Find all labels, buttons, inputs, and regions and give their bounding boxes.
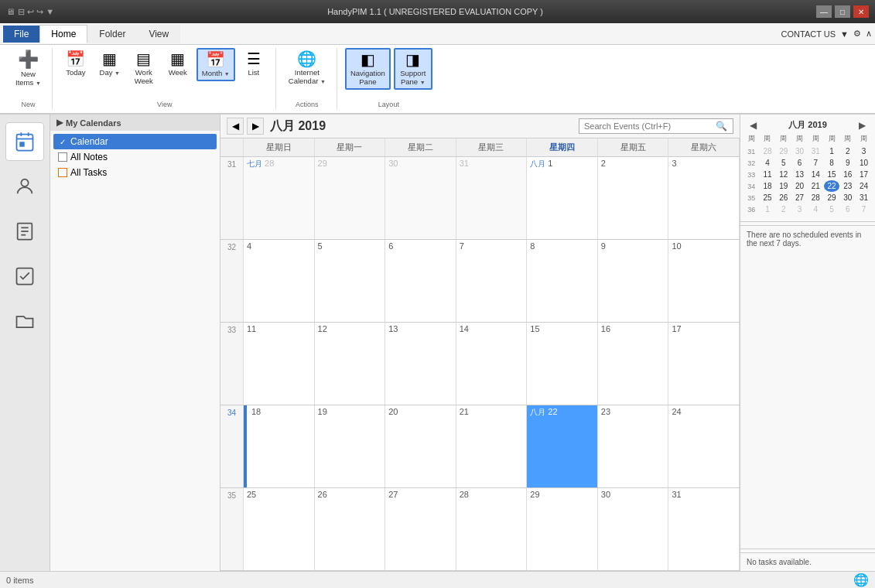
cal-cell-aug21[interactable]: 21 <box>456 405 528 487</box>
cal-cell-aug27[interactable]: 27 <box>385 488 456 570</box>
mini-d-18[interactable]: 18 <box>760 180 776 192</box>
mini-d-15[interactable]: 15 <box>824 169 840 180</box>
work-week-button[interactable]: ▤ WorkWeek <box>128 48 159 88</box>
mini-d-13[interactable]: 13 <box>791 169 808 180</box>
mini-d-3[interactable]: 3 <box>856 145 872 157</box>
calendar-checkbox[interactable]: ✓ <box>58 137 67 146</box>
mini-d-7[interactable]: 7 <box>808 157 824 169</box>
day-button[interactable]: ▦ Day ▼ <box>94 48 125 80</box>
support-pane-button[interactable]: ◨ SupportPane ▼ <box>394 48 432 90</box>
notes-checkbox[interactable] <box>58 152 67 162</box>
cal-cell-aug2[interactable]: 2 <box>598 157 669 239</box>
cal-cell-aug12[interactable]: 12 <box>315 323 386 405</box>
mini-d-31b[interactable]: 31 <box>856 192 872 203</box>
cal-cell-aug19[interactable]: 19 <box>315 405 386 487</box>
mini-d-26[interactable]: 26 <box>775 192 791 203</box>
mini-d-sep6[interactable]: 6 <box>839 203 856 215</box>
search-events-container[interactable]: 🔍 <box>579 118 733 134</box>
mini-d-11[interactable]: 11 <box>760 169 776 180</box>
mini-next-month-button[interactable]: ▶ <box>856 120 869 131</box>
mini-d-29[interactable]: 29 <box>775 145 791 157</box>
new-items-button[interactable]: ➕ NewItems ▼ <box>11 48 46 90</box>
cal-cell-aug28[interactable]: 28 <box>456 488 528 570</box>
mini-prev-month-button[interactable]: ◀ <box>747 120 760 131</box>
mini-d-31[interactable]: 31 <box>808 145 824 157</box>
cal-cell-aug30[interactable]: 30 <box>598 488 669 570</box>
search-events-input[interactable] <box>584 121 716 131</box>
mini-d-8[interactable]: 8 <box>824 157 840 169</box>
next-month-button[interactable]: ▶ <box>247 118 264 135</box>
cal-cell-aug1[interactable]: 八月 1 <box>527 157 598 239</box>
mini-d-25[interactable]: 25 <box>760 192 776 203</box>
tab-view[interactable]: View <box>137 25 180 43</box>
mini-d-28[interactable]: 28 <box>760 145 776 157</box>
prev-month-button[interactable]: ◀ <box>227 118 244 135</box>
mini-d-23[interactable]: 23 <box>839 180 856 192</box>
mini-d-sep5[interactable]: 5 <box>824 203 840 215</box>
month-button[interactable]: 📅 Month ▼ <box>197 48 235 81</box>
cal-cell-aug17[interactable]: 17 <box>668 323 740 405</box>
mini-d-22-today[interactable]: 22 <box>824 180 840 192</box>
mini-d-6[interactable]: 6 <box>791 157 808 169</box>
mini-d-5[interactable]: 5 <box>775 157 791 169</box>
cal-cell-aug24[interactable]: 24 <box>668 405 740 487</box>
mini-d-14[interactable]: 14 <box>808 169 824 180</box>
mini-d-21[interactable]: 21 <box>808 180 824 192</box>
cal-cell-aug9[interactable]: 9 <box>598 240 669 322</box>
mini-d-sep1[interactable]: 1 <box>760 203 776 215</box>
mini-d-17[interactable]: 17 <box>856 169 872 180</box>
mini-d-1[interactable]: 1 <box>824 145 840 157</box>
week-button[interactable]: ▦ Week <box>162 48 193 80</box>
cal-cell-aug8[interactable]: 8 <box>527 240 598 322</box>
mini-d-sep2[interactable]: 2 <box>775 203 791 215</box>
mini-d-19[interactable]: 19 <box>775 180 791 192</box>
cal-cell-aug31[interactable]: 31 <box>668 488 740 570</box>
cal-cell-aug25[interactable]: 25 <box>244 488 315 570</box>
mini-d-sep7[interactable]: 7 <box>856 203 872 215</box>
cal-cell-aug22[interactable]: 八月 22 <box>527 405 598 487</box>
cal-cell-jul28[interactable]: 七月 28 <box>244 157 315 239</box>
close-button[interactable]: ✕ <box>853 5 869 18</box>
cal-cell-jul31[interactable]: 31 <box>456 157 528 239</box>
tab-home[interactable]: Home <box>39 25 87 43</box>
mini-d-30[interactable]: 30 <box>791 145 808 157</box>
mini-d-sep4[interactable]: 4 <box>808 203 824 215</box>
sidebar-icon-notes[interactable] <box>5 212 44 251</box>
cal-cell-aug7[interactable]: 7 <box>456 240 528 322</box>
tasks-checkbox[interactable] <box>58 168 67 177</box>
mini-d-9[interactable]: 9 <box>839 157 856 169</box>
cal-cell-aug29[interactable]: 29 <box>527 488 598 570</box>
nav-item-calendar[interactable]: ✓ Calendar <box>53 134 217 149</box>
tab-file[interactable]: File <box>3 26 39 43</box>
cal-cell-aug26[interactable]: 26 <box>315 488 386 570</box>
tab-folder[interactable]: Folder <box>87 25 137 43</box>
mini-d-27[interactable]: 27 <box>791 192 808 203</box>
cal-cell-jul29[interactable]: 29 <box>315 157 386 239</box>
mini-d-28[interactable]: 28 <box>808 192 824 203</box>
cal-cell-aug15[interactable]: 15 <box>527 323 598 405</box>
cal-cell-aug3[interactable]: 3 <box>668 157 740 239</box>
mini-d-10[interactable]: 10 <box>856 157 872 169</box>
mini-d-20[interactable]: 20 <box>791 180 808 192</box>
nav-item-all-notes[interactable]: All Notes <box>53 149 217 165</box>
cal-cell-aug4[interactable]: 4 <box>244 240 315 322</box>
cal-cell-aug16[interactable]: 16 <box>598 323 669 405</box>
mini-d-sep3[interactable]: 3 <box>791 203 808 215</box>
cal-cell-aug11[interactable]: 11 <box>244 323 315 405</box>
cal-cell-aug10[interactable]: 10 <box>668 240 740 322</box>
minimize-button[interactable]: — <box>816 5 832 18</box>
cal-cell-jul30[interactable]: 30 <box>385 157 456 239</box>
mini-d-12[interactable]: 12 <box>775 169 791 180</box>
cal-cell-aug14[interactable]: 14 <box>456 323 528 405</box>
sidebar-icon-calendar[interactable] <box>5 122 44 161</box>
cal-cell-aug5[interactable]: 5 <box>315 240 386 322</box>
cal-cell-aug20[interactable]: 20 <box>385 405 456 487</box>
mini-d-24[interactable]: 24 <box>856 180 872 192</box>
list-button[interactable]: ☰ List <box>238 48 269 80</box>
mini-d-30[interactable]: 30 <box>839 192 856 203</box>
contact-us-link[interactable]: CONTACT US ▼ ⚙ ∧ <box>781 29 872 39</box>
nav-item-all-tasks[interactable]: All Tasks <box>53 165 217 180</box>
internet-calendar-button[interactable]: 🌐 InternetCalendar ▼ <box>284 48 330 88</box>
sidebar-icon-tasks[interactable] <box>5 257 44 296</box>
maximize-button[interactable]: □ <box>835 5 850 18</box>
